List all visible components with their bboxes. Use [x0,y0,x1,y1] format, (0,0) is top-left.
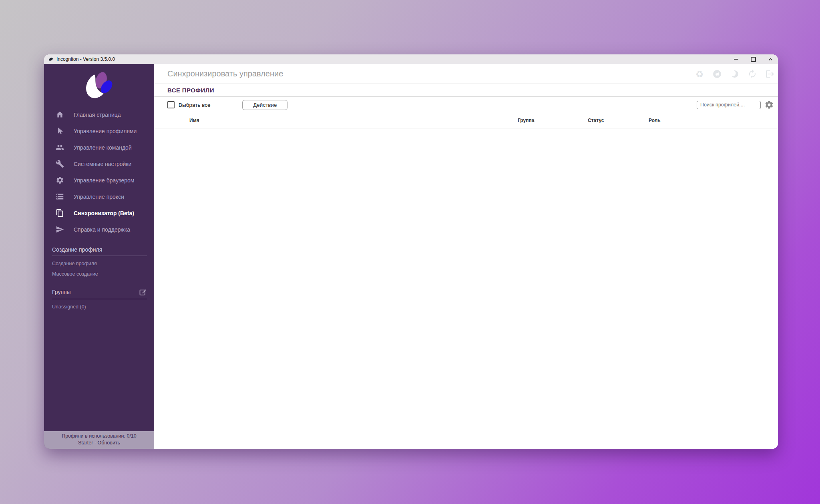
sidebar-item-proxy[interactable]: Управление прокси [44,188,154,205]
sidebar-item-label: Управление профилями [74,128,137,134]
action-button[interactable]: Действие [242,100,287,110]
plan-upgrade-link[interactable]: Starter - Обновить [46,440,153,446]
column-header-name: Имя [189,118,199,123]
sidebar-nav: Главная страница Управление профилями Уп… [44,106,154,238]
edit-icon [139,288,147,296]
toolbar: Выбрать все Действие [154,97,778,113]
sync-copy-icon [56,209,64,217]
main-content: Синхронизировать управление ♻ [154,64,778,449]
profile-creation-section: Создание профиля Создание профиля Массов… [52,246,147,277]
cursor-icon [56,127,64,135]
wrench-icon [56,160,64,168]
sidebar-item-label: Справка и поддержка [74,226,130,233]
chevron-up-icon [768,57,773,62]
usage-bar: Профили в использовании: 0/10 Starter - … [44,431,154,449]
logout-icon[interactable] [765,69,775,79]
dark-mode-moon-icon[interactable] [730,69,740,79]
column-header-status: Статус [588,118,604,123]
window-title: Incogniton - Version 3.5.0.0 [56,56,115,62]
sidebar-item-synchronizer[interactable]: Синхронизатор (Beta) [44,205,154,221]
profiles-in-use-label: Профили в использовании: 0/10 [46,433,153,440]
paper-plane-icon [56,225,64,234]
gear-icon [764,100,774,110]
minimize-icon [734,59,738,60]
incogniton-swoosh-icon [48,57,54,62]
profiles-table-body [154,128,778,449]
search-input[interactable] [697,101,761,109]
header-icon-row: ♻ [695,69,775,79]
sidebar-item-label: Управление браузером [74,177,134,184]
incogniton-window: Incogniton - Version 3.5.0.0 [44,54,778,449]
all-profiles-section-title: ВСЕ ПРОФИЛИ [154,84,778,97]
window-controls [734,57,773,62]
sidebar-item-bulk-create[interactable]: Массовое создание [52,266,147,277]
collapse-button[interactable] [768,57,773,62]
groups-section: Группы Unassigned (0) [52,288,147,310]
proxy-server-icon [56,192,64,201]
sidebar-item-group-unassigned[interactable]: Unassigned (0) [52,299,147,310]
app-body: Главная страница Управление профилями Уп… [44,64,778,449]
page-title: Синхронизировать управление [167,69,283,78]
column-header-role: Роль [649,118,661,123]
sidebar-item-system-settings[interactable]: Системные настройки [44,156,154,172]
logo [44,64,154,106]
recycle-icon[interactable]: ♻ [695,69,704,79]
sidebar-item-profiles[interactable]: Управление профилями [44,123,154,139]
sidebar-item-label: Системные настройки [74,161,131,167]
main-header: Синхронизировать управление ♻ [154,64,778,84]
search-settings-button[interactable] [764,100,774,110]
select-all-checkbox[interactable] [167,101,175,108]
sidebar-item-label: Управление прокси [74,194,124,200]
section-header-label: Группы [52,289,71,295]
column-header-group: Группа [518,118,534,123]
sidebar-item-support[interactable]: Справка и поддержка [44,221,154,238]
sidebar-item-label: Главная страница [74,112,121,118]
sidebar: Главная страница Управление профилями Уп… [44,64,154,449]
section-header: Группы [52,288,147,299]
sidebar-item-team[interactable]: Управление командой [44,139,154,156]
minimize-button[interactable] [734,57,739,62]
sidebar-item-create-profile[interactable]: Создание профиля [52,256,147,266]
team-icon [56,143,64,152]
section-header-label: Создание профиля [52,246,102,253]
telegram-icon[interactable] [712,69,722,79]
titlebar: Incogniton - Version 3.5.0.0 [44,54,778,64]
sidebar-item-browser[interactable]: Управление браузером [44,172,154,188]
edit-groups-button[interactable] [139,288,147,296]
sidebar-item-label: Синхронизатор (Beta) [74,210,134,216]
refresh-icon[interactable] [748,69,757,79]
sidebar-item-label: Управление командой [74,144,132,151]
maximize-button[interactable] [751,57,756,62]
profiles-table-header: Имя Группа Статус Роль [154,113,778,128]
gear-icon [56,176,64,184]
search-area [697,100,774,110]
incogniton-petals-logo [80,70,119,104]
sidebar-item-home[interactable]: Главная страница [44,106,154,123]
section-header: Создание профиля [52,246,147,256]
select-all-label: Выбрать все [179,102,210,108]
maximize-icon [751,57,756,62]
home-icon [56,110,64,119]
